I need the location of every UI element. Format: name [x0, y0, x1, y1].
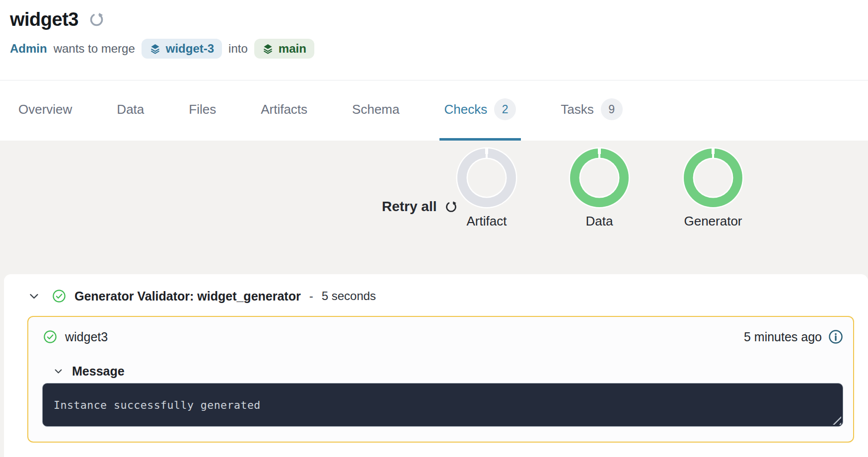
donut-label: Data	[586, 214, 613, 229]
collapse-check-button[interactable]	[29, 293, 39, 300]
donut-ring-pending	[457, 149, 516, 207]
retry-icon	[444, 200, 458, 214]
donut-label: Generator	[684, 214, 742, 229]
tab-schema[interactable]: Schema	[347, 80, 404, 141]
tab-tasks[interactable]: Tasks 9	[556, 80, 627, 141]
merge-action-text: wants to merge	[54, 42, 135, 56]
donut-ring-success	[570, 149, 629, 207]
merge-preposition-text: into	[228, 42, 248, 56]
checks-count-badge: 2	[494, 98, 516, 120]
message-text: Instance successfully generated	[54, 399, 261, 411]
message-row: Message	[54, 364, 843, 379]
check-row-header: Generator Validator: widget_generator - …	[4, 286, 868, 306]
check-success-icon	[52, 289, 66, 303]
status-donut-artifact: Artifact	[457, 149, 516, 229]
tab-bar: Overview Data Files Artifacts Schema Che…	[0, 80, 868, 141]
collapse-message-button[interactable]	[54, 369, 63, 374]
branch-stack-icon	[262, 43, 274, 55]
check-success-icon	[43, 330, 57, 344]
result-meta: 5 minutes ago	[744, 329, 843, 344]
result-timestamp: 5 minutes ago	[744, 330, 822, 344]
check-separator: -	[309, 289, 313, 303]
branch-stack-icon	[149, 43, 161, 55]
tab-files[interactable]: Files	[184, 80, 221, 141]
checks-detail-section: Generator Validator: widget_generator - …	[0, 274, 868, 457]
source-branch-pill[interactable]: widget-3	[142, 39, 222, 59]
page-title: widget3	[10, 9, 78, 30]
donut-label: Artifact	[467, 214, 507, 229]
chevron-down-icon	[54, 369, 63, 374]
checks-card: Generator Validator: widget_generator - …	[4, 274, 868, 457]
status-donut-generator: Generator	[684, 149, 742, 229]
check-result-card: widget3 5 minutes ago	[27, 316, 854, 443]
result-name: widget3	[65, 330, 108, 344]
info-icon[interactable]	[828, 329, 843, 344]
result-header: widget3 5 minutes ago	[42, 328, 843, 346]
donut-ring-success	[684, 149, 742, 207]
tab-checks[interactable]: Checks 2	[439, 80, 521, 141]
author-link[interactable]: Admin	[10, 42, 47, 56]
status-donut-data: Data	[570, 149, 629, 229]
tasks-count-badge: 9	[601, 98, 623, 120]
checks-summary-section: Retry all Artifact Data Generator	[0, 141, 868, 274]
title-row: widget3	[10, 7, 856, 32]
merge-summary: Admin wants to merge widget-3 into main	[10, 38, 856, 59]
resize-grip[interactable]	[833, 416, 841, 425]
message-label: Message	[72, 364, 125, 379]
retry-all-label: Retry all	[382, 199, 437, 215]
page-header: widget3 Admin wants to merge widget-3 in…	[0, 0, 868, 80]
source-branch-label: widget-3	[166, 42, 214, 56]
check-title: Generator Validator: widget_generator	[74, 289, 301, 304]
tab-artifacts[interactable]: Artifacts	[256, 80, 312, 141]
check-duration: 5 seconds	[322, 289, 376, 303]
target-branch-label: main	[279, 42, 306, 56]
tab-data[interactable]: Data	[112, 80, 149, 141]
target-branch-pill[interactable]: main	[254, 39, 314, 59]
retry-all-button[interactable]: Retry all	[382, 197, 458, 216]
tab-overview[interactable]: Overview	[13, 80, 77, 141]
message-output-textarea[interactable]: Instance successfully generated	[42, 383, 843, 427]
refresh-icon[interactable]	[88, 11, 105, 28]
chevron-down-icon	[29, 293, 39, 300]
